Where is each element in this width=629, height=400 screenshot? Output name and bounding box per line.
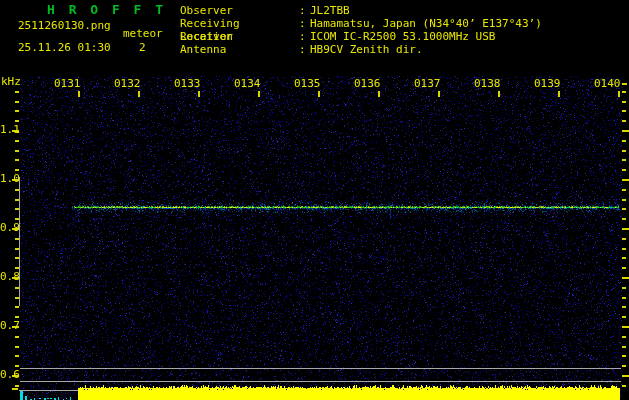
observer-value: JL2TBB	[310, 4, 350, 17]
freq-tick-label: 0.9	[0, 222, 14, 233]
observer-label: Observer	[180, 4, 299, 17]
receiver-value: ICOM IC-R2500 53.1000MHz USB	[310, 30, 495, 43]
hrofft-window: H R O F F T 2511260130.png meteor 25.11.…	[0, 0, 629, 400]
app-title: H R O F F T	[47, 3, 166, 16]
freq-tick-label: 1.0	[0, 173, 14, 184]
freq-tick-label: 1.1	[0, 124, 14, 135]
antenna-value: HB9CV Zenith dir.	[310, 43, 423, 56]
time-tick-label: 0140	[594, 78, 621, 89]
receiver-label: Receiver	[180, 30, 299, 43]
info-row-location: Receiving Location : Hamamatsu, Japan (N…	[180, 17, 542, 30]
capture-datetime: 25.11.26 01:30	[18, 42, 111, 53]
antenna-label: Antenna	[180, 43, 299, 56]
station-info: Observer : JL2TBB Receiving Location : H…	[180, 4, 542, 56]
time-tick-label: 0134	[234, 78, 261, 89]
freq-tick-label: 0.8	[0, 271, 14, 282]
location-value: Hamamatsu, Japan (N34°40’ E137°43’)	[310, 17, 542, 30]
colon: :	[299, 17, 310, 30]
info-row-antenna: Antenna : HB9CV Zenith dir.	[180, 43, 542, 56]
colon: :	[299, 4, 310, 17]
time-tick-label: 0137	[414, 78, 441, 89]
colon: :	[299, 43, 310, 56]
freq-axis-unit: kHz	[1, 76, 21, 87]
time-tick-label: 0132	[114, 78, 141, 89]
spectrogram-canvas	[0, 0, 629, 400]
freq-tick-label: 0.6	[0, 369, 14, 380]
info-row-receiver: Receiver : ICOM IC-R2500 53.1000MHz USB	[180, 30, 542, 43]
info-row-observer: Observer : JL2TBB	[180, 4, 542, 17]
time-tick-label: 0136	[354, 78, 381, 89]
time-tick-label: 0138	[474, 78, 501, 89]
meteor-count-value: 2	[139, 42, 146, 53]
time-tick-label: 0135	[294, 78, 321, 89]
capture-filename: 2511260130.png	[18, 20, 111, 31]
time-tick-label: 0139	[534, 78, 561, 89]
colon: :	[299, 30, 310, 43]
time-tick-label: 0133	[174, 78, 201, 89]
time-tick-label: 0131	[54, 78, 81, 89]
meteor-count-label: meteor	[123, 28, 163, 39]
freq-tick-label: 0.7	[0, 320, 14, 331]
